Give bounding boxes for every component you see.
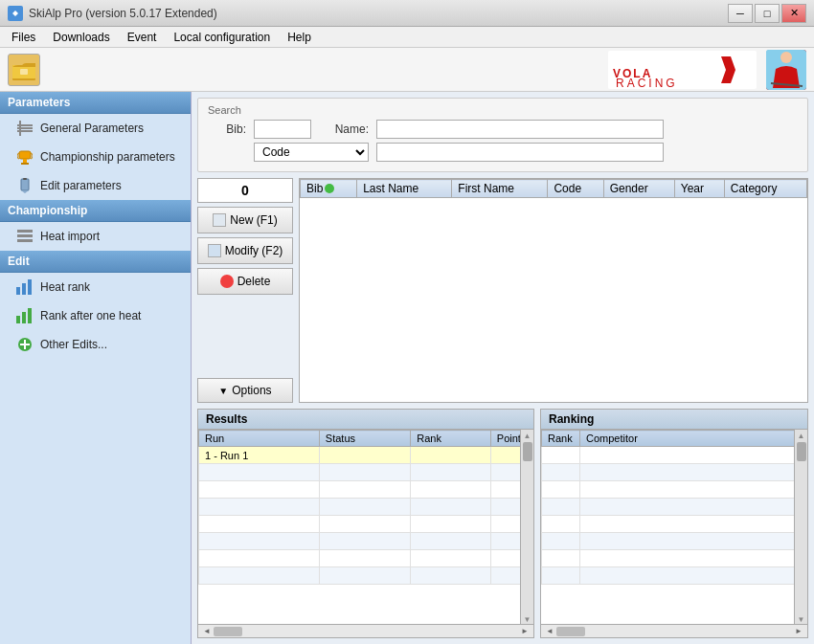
menu-files[interactable]: Files: [4, 29, 43, 46]
menu-local-config[interactable]: Local configuration: [166, 29, 278, 46]
col-bib[interactable]: Bib: [301, 180, 357, 198]
pencil-icon: [15, 176, 34, 195]
options-button[interactable]: ▼ Options: [197, 378, 293, 403]
col-category[interactable]: Category: [724, 180, 806, 198]
search-section: Search Bib: Name: Code Name Gender Categ…: [197, 98, 808, 172]
sidebar-item-heat-import[interactable]: Heat import: [0, 222, 191, 251]
app-title: SkiAlp Pro (version 5.0.17 Extended): [29, 7, 217, 20]
ranking-scrollbar[interactable]: ▲ ▼: [794, 430, 807, 624]
sidebar-item-rank-after-heat[interactable]: Rank after one heat: [0, 301, 191, 330]
vola-logo: VOLA RACING: [605, 52, 758, 88]
col-gender[interactable]: Gender: [603, 180, 674, 198]
svg-text:RACING: RACING: [616, 77, 678, 89]
menu-help[interactable]: Help: [280, 29, 319, 46]
results-col-rank[interactable]: Rank: [411, 431, 491, 447]
ranking-col-competitor[interactable]: Competitor: [580, 431, 795, 447]
rank-icon: [15, 278, 34, 297]
ranking-table: Rank Competitor Points: [541, 430, 794, 585]
col-lastname[interactable]: Last Name: [357, 180, 452, 198]
sidebar-item-championship-parameters[interactable]: Championship parameters: [0, 143, 191, 171]
svg-rect-16: [19, 151, 31, 159]
ranking-panel: Ranking Rank Competitor Points: [540, 409, 808, 638]
main-layout: Parameters General Parameters: [0, 92, 814, 644]
results-content: Run Status Rank Points 1 - Run 1: [198, 430, 533, 624]
ranking-row[interactable]: [542, 567, 795, 585]
maximize-button[interactable]: □: [755, 4, 780, 23]
results-row[interactable]: 1 - Run 1: [199, 447, 521, 464]
scroll-left-arrow[interactable]: ◄: [543, 626, 556, 636]
col-code[interactable]: Code: [548, 180, 603, 198]
bib-input[interactable]: [254, 120, 311, 139]
left-panel: 0 New (F1) Modify (F2) Delete ▼ Options: [197, 178, 293, 403]
results-col-points[interactable]: Points: [490, 431, 520, 447]
modify-button[interactable]: Modify (F2): [197, 237, 293, 264]
menu-event[interactable]: Event: [120, 29, 165, 46]
sidebar-section-parameters: Parameters: [0, 92, 191, 114]
col-year[interactable]: Year: [674, 180, 724, 198]
menu-bar: Files Downloads Event Local configuratio…: [0, 27, 814, 48]
results-col-run[interactable]: Run: [199, 431, 320, 447]
results-row[interactable]: [199, 516, 521, 533]
results-row[interactable]: [199, 499, 521, 516]
name-label: Name:: [330, 122, 369, 136]
ranking-row[interactable]: [542, 447, 795, 464]
new-button[interactable]: New (F1): [197, 207, 293, 233]
ranking-hscrollbar[interactable]: ◄ ►: [541, 624, 807, 637]
ranking-col-rank[interactable]: Rank: [542, 431, 580, 447]
minimize-button[interactable]: ─: [728, 4, 753, 23]
ranking-row[interactable]: [542, 499, 795, 516]
ranking-header: Ranking: [541, 410, 807, 430]
ranking-row[interactable]: [542, 533, 795, 550]
competitor-table-container[interactable]: Bib Last Name First Name Code Gender Yea…: [299, 178, 808, 403]
folder-icon[interactable]: [8, 54, 40, 86]
scroll-right-arrow[interactable]: ►: [792, 626, 805, 636]
sidebar-item-label: Edit parameters: [40, 179, 122, 192]
count-box: 0: [197, 178, 293, 203]
results-row[interactable]: [199, 481, 521, 499]
col-firstname[interactable]: First Name: [452, 180, 548, 198]
svg-marker-20: [21, 190, 29, 193]
results-header: Results: [198, 410, 533, 430]
ranking-row[interactable]: [542, 464, 795, 481]
new-icon: [213, 213, 226, 227]
menu-downloads[interactable]: Downloads: [45, 29, 117, 46]
svg-rect-21: [23, 178, 27, 180]
results-row[interactable]: [199, 567, 521, 585]
ranking-row[interactable]: [542, 481, 795, 499]
rank-cell: [411, 447, 491, 464]
title-bar: SkiAlp Pro (version 5.0.17 Extended) ─ □…: [0, 0, 814, 27]
scroll-right-arrow[interactable]: ►: [518, 626, 531, 636]
svg-rect-17: [23, 159, 27, 163]
results-panel: Results Run Status Rank Points: [197, 409, 534, 638]
points-cell: [490, 447, 520, 464]
results-row[interactable]: [199, 464, 521, 481]
delete-button[interactable]: Delete: [197, 268, 293, 295]
sidebar-item-other-edits[interactable]: Other Edits...: [0, 330, 191, 359]
results-hscrollbar[interactable]: ◄ ►: [198, 624, 533, 637]
sidebar-item-general-parameters[interactable]: General Parameters: [0, 114, 191, 143]
sidebar-item-heat-rank[interactable]: Heat rank: [0, 273, 191, 301]
middle-area: 0 New (F1) Modify (F2) Delete ▼ Options: [197, 178, 808, 403]
ranking-content: Rank Competitor Points: [541, 430, 807, 624]
results-table-container[interactable]: Run Status Rank Points 1 - Run 1: [198, 430, 520, 624]
scroll-left-arrow[interactable]: ◄: [200, 626, 214, 636]
svg-rect-28: [16, 316, 20, 323]
run-cell: 1 - Run 1: [199, 447, 320, 464]
results-scrollbar[interactable]: ▲ ▼: [520, 430, 533, 624]
ranking-row[interactable]: [542, 516, 795, 533]
close-button[interactable]: ✕: [781, 4, 806, 23]
results-row[interactable]: [199, 550, 521, 567]
results-col-status[interactable]: Status: [319, 431, 410, 447]
ranking-row[interactable]: [542, 550, 795, 567]
sidebar-item-edit-parameters[interactable]: Edit parameters: [0, 171, 191, 200]
name-input[interactable]: [376, 120, 664, 139]
ranking-table-container[interactable]: Rank Competitor Points: [541, 430, 794, 624]
code-input[interactable]: [376, 143, 664, 162]
content-area: Search Bib: Name: Code Name Gender Categ…: [192, 92, 814, 644]
code-select[interactable]: Code Name Gender Category: [254, 143, 369, 162]
results-row[interactable]: [199, 533, 521, 550]
chevron-down-icon: ▼: [218, 386, 228, 396]
gear-icon: [15, 119, 34, 138]
rank2-icon: [15, 306, 34, 325]
sidebar-section-championship: Championship: [0, 200, 191, 222]
